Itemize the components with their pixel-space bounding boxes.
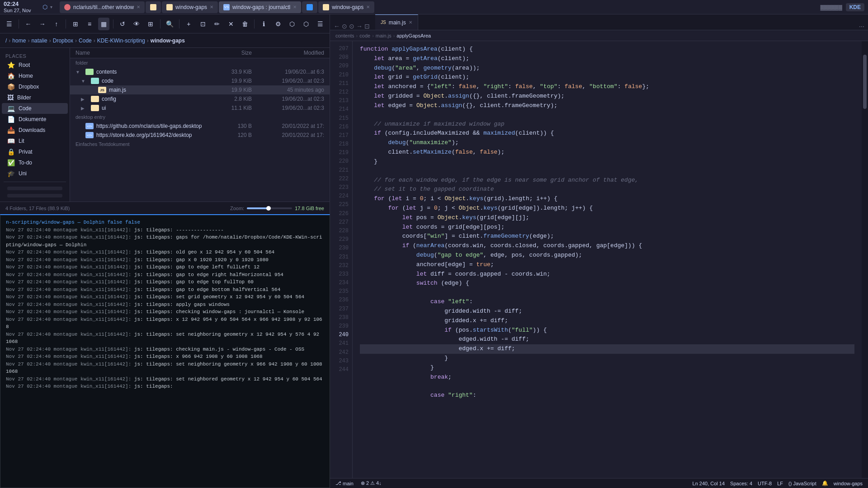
taskbar-tab-vscode[interactable] bbox=[302, 1, 317, 13]
status-ln-col[interactable]: Ln 240, Col 14 bbox=[691, 480, 727, 486]
sidebar-item-code[interactable]: 💻 Code bbox=[2, 103, 68, 114]
vscode-left-icon5[interactable]: ⊡ bbox=[364, 23, 370, 30]
expand-icon[interactable]: ▼ bbox=[75, 70, 83, 75]
sidebar-item-bilder[interactable]: 🖼 Bilder bbox=[2, 92, 68, 103]
share1-button[interactable]: ⬡ bbox=[287, 18, 298, 30]
line-number: 233 bbox=[330, 270, 352, 279]
refresh-button[interactable]: ↺ bbox=[117, 18, 128, 30]
delete-button[interactable]: 🗑 bbox=[239, 18, 250, 30]
sidebar-item-dropbox[interactable]: 📦 Dropbox bbox=[2, 81, 68, 92]
share2-button[interactable]: ⬡ bbox=[301, 18, 312, 30]
column-name[interactable]: Name bbox=[75, 50, 211, 56]
copy-button[interactable]: ⊡ bbox=[197, 18, 208, 30]
breadcrumb-code[interactable]: Code bbox=[79, 38, 92, 44]
code-line: edged.x += diff; bbox=[360, 344, 854, 354]
file-row[interactable]: ▼ code 19.9 KiB 19/06/20...at 02:3 bbox=[70, 76, 330, 85]
vscode-tab-mainjs[interactable]: JS main.js ✕ bbox=[375, 14, 418, 30]
status-window-name[interactable]: window-gaps bbox=[832, 480, 864, 486]
sidebar-item-hidden1[interactable] bbox=[2, 185, 68, 192]
split-button[interactable]: ⊞ bbox=[145, 18, 156, 30]
file-row[interactable]: ▼ contents 33.9 KiB 19/06/20...at 6:3 bbox=[70, 67, 330, 76]
vscode-bc-item[interactable]: code bbox=[359, 33, 370, 38]
breadcrumb-dropbox[interactable]: Dropbox bbox=[53, 38, 73, 44]
fm-menu-button[interactable]: ☰ bbox=[315, 18, 326, 30]
breadcrumb-natalie[interactable]: natalie bbox=[31, 38, 47, 44]
taskbar-tab-windowgaps1[interactable]: window-gaps ✕ bbox=[162, 1, 218, 13]
file-row[interactable]: JS main.js 19.9 KiB 45 minutes ago bbox=[70, 85, 330, 94]
taskbar-tab-windowgaps2[interactable]: window-gaps ✕ bbox=[318, 1, 374, 13]
sidebar-item-lit[interactable]: 📖 Lit bbox=[2, 136, 68, 146]
vscode-right-icon1[interactable]: ⋯ bbox=[859, 23, 864, 30]
breadcrumb-home[interactable]: home bbox=[12, 38, 26, 44]
breadcrumb-root[interactable]: / bbox=[5, 38, 7, 44]
vscode-left-icon3[interactable]: ⊙ bbox=[349, 23, 354, 30]
file-row[interactable]: ▶ ui 11.1 KiB 19/06/20...at 02:3 bbox=[70, 103, 330, 113]
vscode-bc-item[interactable]: applyGapsArea bbox=[396, 33, 431, 38]
breadcrumb-kwin[interactable]: KDE-KWin-scripting bbox=[97, 38, 145, 44]
vscode-left-icon1[interactable]: ← bbox=[334, 23, 340, 30]
code-line: let grid = getGrid(client); bbox=[360, 73, 854, 82]
sidebar-item-todo[interactable]: ✅ To-do bbox=[2, 157, 68, 168]
toolbar-sep bbox=[19, 19, 19, 28]
vscode-scrollbar[interactable] bbox=[862, 41, 868, 478]
sidebar-item-hidden2[interactable] bbox=[2, 192, 68, 199]
hamburger-menu-button[interactable]: ☰ bbox=[4, 18, 15, 30]
properties-button[interactable]: ⚙ bbox=[272, 18, 283, 30]
file-row[interactable]: ▶ config 2.8 KiB 19/06/20...at 02:3 bbox=[70, 94, 330, 103]
expand-icon[interactable]: ▶ bbox=[81, 106, 88, 111]
expand-icon[interactable]: ▶ bbox=[81, 97, 88, 102]
vscode-left-icon2[interactable]: ⊙ bbox=[342, 23, 347, 30]
taskbar-tab-folder1[interactable] bbox=[146, 1, 161, 13]
sidebar-item-uni[interactable]: 🎓 Uni bbox=[2, 168, 68, 179]
status-language[interactable]: () JavaScript bbox=[787, 480, 818, 486]
vscode-left-icon4[interactable]: → bbox=[356, 23, 363, 30]
sidebar-item-dokumente[interactable]: 📄 Dokumente bbox=[2, 114, 68, 125]
rename-button[interactable]: ✏ bbox=[211, 18, 222, 30]
zoom-slider[interactable] bbox=[247, 207, 292, 209]
info-button[interactable]: ℹ bbox=[258, 18, 269, 30]
column-modified[interactable]: Modified bbox=[252, 50, 324, 56]
search-button[interactable]: 🔍 bbox=[164, 18, 175, 30]
folder-icon bbox=[323, 4, 329, 10]
cut-button[interactable]: ✕ bbox=[225, 18, 236, 30]
expand-icon[interactable]: ▼ bbox=[81, 79, 88, 84]
close-icon[interactable]: ✕ bbox=[409, 20, 412, 25]
status-eol[interactable]: LF bbox=[775, 480, 785, 486]
taskbar-tab-journalctl[interactable]: VS window-gaps : journalctl ✕ bbox=[219, 1, 301, 13]
up-button[interactable]: ↑ bbox=[51, 18, 62, 30]
close-icon[interactable]: ✕ bbox=[293, 5, 297, 9]
line-number: 242 bbox=[330, 348, 352, 357]
list-view-button[interactable]: ≡ bbox=[84, 18, 95, 30]
grid-view-button[interactable]: ⊞ bbox=[70, 18, 81, 30]
file-row[interactable]: </> https://github.com/nclarius/tile-gap… bbox=[70, 122, 330, 131]
sidebar-item-home[interactable]: 🏠 Home bbox=[2, 70, 68, 81]
new-button[interactable]: + bbox=[183, 18, 194, 30]
scrollbar-thumb[interactable] bbox=[863, 55, 867, 109]
sidebar-item-privat[interactable]: 🔒 Privat bbox=[2, 146, 68, 157]
zoom-thumb[interactable] bbox=[266, 206, 271, 211]
sidebar-item-root[interactable]: ⭐ Root bbox=[2, 60, 68, 70]
close-icon[interactable]: ✕ bbox=[137, 5, 140, 9]
code-content[interactable]: function applyGapsArea(client) { let are… bbox=[353, 41, 862, 478]
details-view-button[interactable]: ▦ bbox=[98, 18, 109, 30]
forward-button[interactable]: → bbox=[37, 18, 48, 30]
close-icon[interactable]: ✕ bbox=[366, 5, 370, 9]
vscode-bc-item[interactable]: contents bbox=[335, 33, 354, 38]
line-number: 209 bbox=[330, 62, 352, 70]
sidebar-item-downloads[interactable]: 📥 Downloads bbox=[2, 125, 68, 136]
chevron-down-icon[interactable]: ▾ bbox=[50, 5, 52, 9]
status-branch[interactable]: ⎇ main bbox=[334, 480, 355, 486]
column-size[interactable]: Size bbox=[211, 50, 252, 56]
status-spaces[interactable]: Spaces: 4 bbox=[728, 480, 754, 486]
file-row[interactable]: </> https://store.kde.org/p/1619642/desk… bbox=[70, 131, 330, 140]
vscode-bc-item[interactable]: main.js bbox=[376, 33, 392, 38]
file-list: Name Size Modified folder ▼ contents 33.… bbox=[70, 48, 330, 202]
close-icon[interactable]: ✕ bbox=[210, 5, 213, 9]
status-encoding[interactable]: UTF-8 bbox=[756, 480, 774, 486]
back-button[interactable]: ← bbox=[23, 18, 34, 30]
status-errors[interactable]: ⊗ 2 ⚠ 4↓ bbox=[359, 480, 383, 486]
taskbar-tab-firefox[interactable]: nclarius/til...other window ✕ bbox=[60, 1, 145, 13]
status-notifications[interactable]: 🔔 bbox=[820, 480, 830, 486]
breadcrumb-windowgaps[interactable]: window-gaps bbox=[151, 38, 185, 44]
preview-button[interactable]: 👁 bbox=[131, 18, 142, 30]
